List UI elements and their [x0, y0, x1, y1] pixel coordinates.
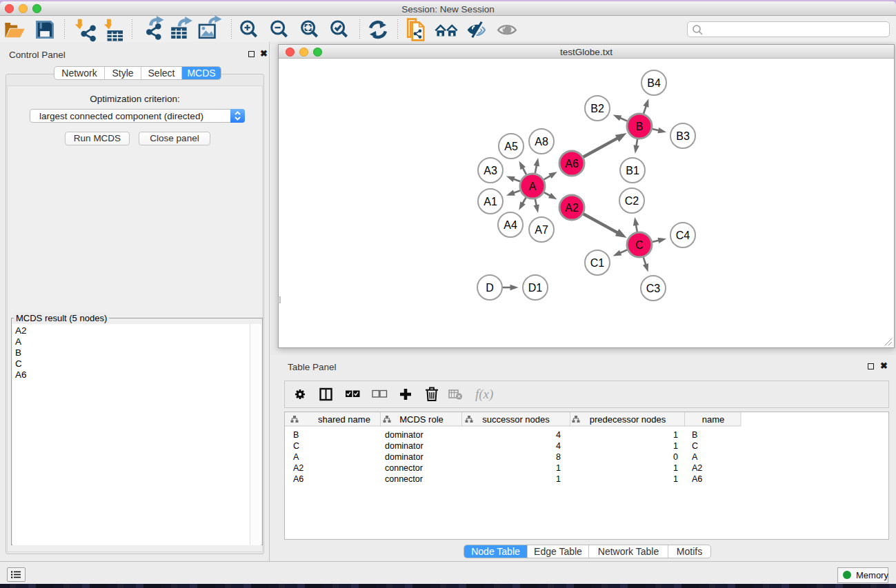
svg-text:0: 0: [673, 452, 678, 462]
svg-text:MCDS role: MCDS role: [399, 414, 444, 425]
svg-text:A: A: [293, 452, 299, 462]
svg-text:C1: C1: [590, 257, 605, 269]
svg-text:A4: A4: [504, 219, 517, 231]
svg-text:predecessor nodes: predecessor nodes: [590, 414, 666, 425]
svg-text:connector: connector: [385, 463, 423, 473]
svg-text:shared name: shared name: [318, 414, 370, 425]
svg-text:C4: C4: [676, 230, 690, 241]
svg-text:1: 1: [673, 441, 678, 451]
svg-text:A: A: [692, 452, 698, 462]
svg-text:B1: B1: [626, 165, 639, 176]
svg-text:D1: D1: [528, 282, 543, 294]
svg-text:A2: A2: [692, 463, 702, 473]
svg-text:C: C: [635, 239, 644, 251]
svg-text:A5: A5: [504, 141, 518, 152]
svg-text:B: B: [636, 121, 644, 132]
svg-text:dominator: dominator: [385, 441, 424, 451]
svg-text:A6: A6: [692, 474, 702, 484]
svg-text:B: B: [692, 430, 697, 440]
svg-text:name: name: [702, 414, 725, 425]
svg-text:successor nodes: successor nodes: [482, 414, 550, 425]
svg-text:C: C: [692, 441, 698, 451]
svg-text:4: 4: [556, 441, 561, 451]
svg-text:connector: connector: [385, 474, 423, 484]
svg-text:8: 8: [556, 452, 561, 462]
svg-text:A6: A6: [293, 474, 303, 484]
svg-text:1: 1: [556, 474, 561, 484]
svg-text:4: 4: [556, 430, 561, 440]
svg-text:A2: A2: [293, 463, 303, 473]
svg-text:dominator: dominator: [385, 430, 424, 440]
svg-text:A7: A7: [535, 224, 548, 236]
svg-text:D: D: [486, 282, 494, 294]
svg-text:1: 1: [673, 474, 678, 484]
svg-text:C2: C2: [625, 195, 639, 207]
svg-text:f(x): f(x): [475, 387, 493, 402]
svg-text:A3: A3: [484, 165, 497, 176]
svg-text:C3: C3: [646, 283, 661, 294]
svg-text:A2: A2: [565, 202, 579, 214]
svg-text:A1: A1: [484, 196, 497, 207]
svg-text:B3: B3: [676, 130, 690, 142]
svg-text:A: A: [529, 181, 537, 192]
svg-text:B2: B2: [590, 103, 604, 114]
svg-text:A6: A6: [565, 158, 579, 170]
svg-text:1: 1: [673, 430, 678, 440]
svg-text:C: C: [293, 441, 299, 451]
svg-text:1: 1: [673, 463, 678, 473]
svg-text:1: 1: [556, 463, 561, 473]
svg-text:A8: A8: [535, 136, 548, 148]
svg-text:B4: B4: [647, 77, 661, 89]
svg-text:B: B: [293, 430, 299, 440]
svg-text:dominator: dominator: [385, 452, 424, 462]
